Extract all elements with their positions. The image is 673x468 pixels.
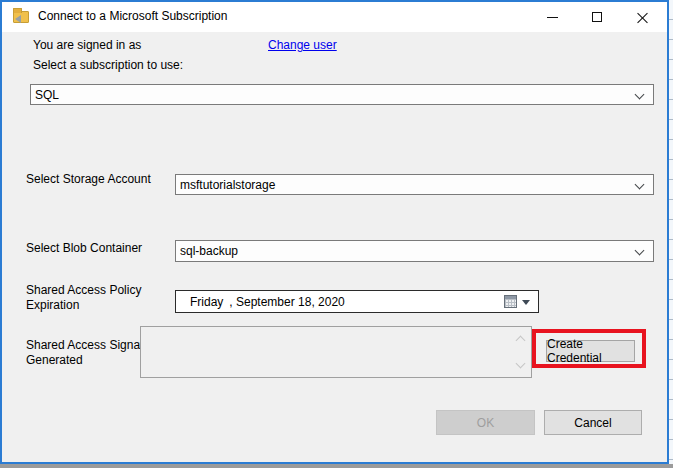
create-credential-button[interactable]: Create Credential	[546, 340, 635, 362]
calendar-dropdown-button[interactable]	[504, 294, 532, 310]
date-rest-segment[interactable]: , September 18, 2020	[229, 295, 344, 309]
minimize-icon	[547, 17, 558, 18]
background-bottom-strip	[0, 464, 673, 468]
window-title: Connect to a Microsoft Subscription	[38, 9, 227, 23]
minimize-button[interactable]	[530, 2, 575, 32]
signature-textbox[interactable]	[140, 326, 532, 378]
expiration-date-picker[interactable]: Friday , September 18, 2020	[175, 290, 539, 313]
close-button[interactable]	[620, 2, 665, 32]
title-bar: Connect to a Microsoft Subscription	[2, 2, 667, 32]
policy-expiration-label: Shared Access Policy Expiration	[26, 283, 141, 313]
connect-folder-icon	[13, 11, 29, 23]
scroll-down-icon[interactable]	[516, 359, 526, 369]
blob-container-label: Select Blob Container	[26, 241, 142, 256]
subscription-select[interactable]: SQL	[30, 84, 654, 105]
maximize-icon	[592, 12, 602, 22]
ok-button[interactable]: OK	[436, 410, 535, 435]
storage-account-select[interactable]: msftutorialstorage	[175, 174, 654, 195]
storage-account-label: Select Storage Account	[26, 172, 151, 187]
storage-account-value: msftutorialstorage	[180, 178, 275, 192]
subscription-value: SQL	[35, 88, 59, 102]
signed-in-label: You are signed in as	[33, 38, 141, 53]
cancel-button[interactable]: Cancel	[544, 410, 642, 435]
blob-container-value: sql-backup	[180, 244, 238, 258]
close-icon	[637, 12, 648, 23]
maximize-button[interactable]	[575, 2, 620, 32]
dropdown-arrow-icon	[522, 300, 530, 309]
calendar-icon	[504, 295, 517, 308]
subscription-label: Select a subscription to use:	[33, 58, 183, 73]
chevron-down-icon	[635, 90, 645, 100]
chevron-down-icon	[635, 246, 645, 256]
scroll-up-icon[interactable]	[516, 336, 526, 346]
date-day-segment[interactable]: Friday	[190, 295, 223, 309]
background-spreadsheet-sliver	[669, 0, 673, 468]
window-controls	[530, 2, 667, 32]
blob-container-select[interactable]: sql-backup	[175, 240, 654, 262]
change-user-link[interactable]: Change user	[268, 38, 337, 52]
dialog-window: Connect to a Microsoft Subscription You …	[0, 0, 669, 464]
chevron-down-icon	[635, 180, 645, 190]
